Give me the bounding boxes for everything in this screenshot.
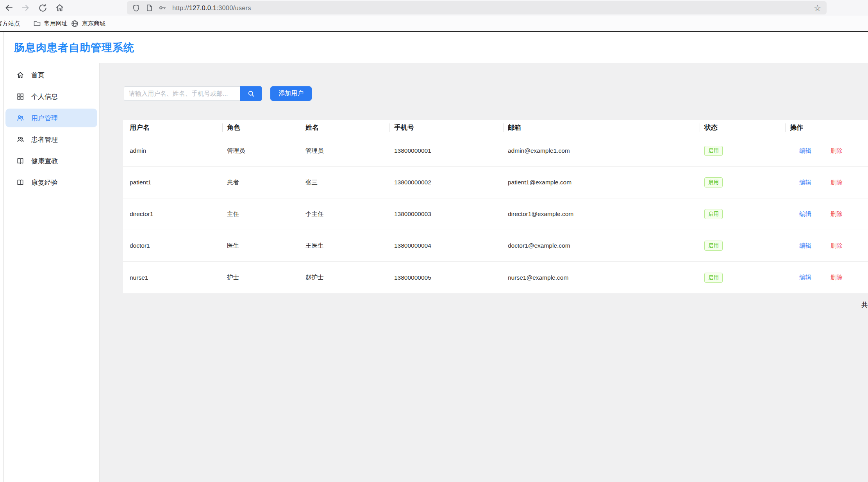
cell-email: director1@example.com xyxy=(508,211,704,218)
cell-email: admin@example1.com xyxy=(508,147,704,154)
edit-link[interactable]: 编辑 xyxy=(799,210,811,218)
header-status: 状态 xyxy=(704,123,790,132)
cell-status: 启用 xyxy=(704,241,790,251)
cell-email: nurse1@example.com xyxy=(508,274,704,281)
folder-icon xyxy=(33,20,41,27)
header-actions: 操作 xyxy=(790,123,868,132)
users-icon xyxy=(16,114,24,122)
back-icon[interactable] xyxy=(2,2,16,14)
cell-status: 启用 xyxy=(704,209,790,219)
home-icon xyxy=(16,71,24,79)
sidebar-item-label: 康复经验 xyxy=(31,178,58,187)
add-user-button[interactable]: 添加用户 xyxy=(270,86,312,101)
cell-email: patient1@example.com xyxy=(508,179,704,186)
pagination-total: 共 xyxy=(861,301,868,309)
cell-username: admin xyxy=(130,147,227,154)
shield-icon[interactable] xyxy=(132,4,140,12)
header-phone: 手机号 xyxy=(394,123,508,132)
header-email: 邮箱 xyxy=(508,123,704,132)
cell-role: 管理员 xyxy=(227,147,305,155)
edit-link[interactable]: 编辑 xyxy=(799,147,811,155)
browser-toolbar: http://127.0.0.1:3000/users ☆ xyxy=(0,0,868,16)
sidebar-item-label: 用户管理 xyxy=(31,114,58,123)
users-table: 用户名 角色 姓名 手机号 邮箱 状态 操作 admin管理员管理员138000… xyxy=(123,120,868,293)
search-input[interactable] xyxy=(124,86,240,101)
cell-email: doctor1@example.com xyxy=(508,242,704,249)
book-icon xyxy=(16,157,24,165)
bookmark-item[interactable]: 狐官方站点 xyxy=(0,16,20,31)
refresh-icon[interactable] xyxy=(36,2,49,14)
header-name: 姓名 xyxy=(305,123,394,132)
cell-actions: 编辑删除 xyxy=(790,242,868,250)
sidebar-item-label: 健康宣教 xyxy=(31,157,58,166)
cell-role: 护士 xyxy=(227,273,305,282)
sidebar-item-recovery-experience[interactable]: 康复经验 xyxy=(5,173,97,192)
sidebar-item-health-education[interactable]: 健康宣教 xyxy=(5,152,97,170)
table-header-row: 用户名 角色 姓名 手机号 邮箱 状态 操作 xyxy=(123,120,868,135)
cell-phone: 13800000004 xyxy=(394,242,508,249)
cell-phone: 13800000005 xyxy=(394,274,508,281)
users-icon xyxy=(16,136,24,143)
bookmark-item[interactable]: 京东商城 xyxy=(71,16,105,31)
page-icon[interactable] xyxy=(145,4,153,12)
edit-link[interactable]: 编辑 xyxy=(799,179,811,187)
url-text: http://127.0.0.1:3000/users xyxy=(172,4,251,12)
main-content: 添加用户 用户名 角色 姓名 手机号 邮箱 状态 操作 admin管理员管理员1… xyxy=(100,63,868,482)
cell-actions: 编辑删除 xyxy=(790,147,868,155)
cell-name: 李主任 xyxy=(305,210,394,218)
delete-link[interactable]: 删除 xyxy=(830,210,843,218)
status-badge: 启用 xyxy=(704,209,723,219)
table-body: admin管理员管理员13800000001admin@example1.com… xyxy=(123,135,868,293)
cell-name: 王医生 xyxy=(305,242,394,250)
page-title: 肠息肉患者自助管理系统 xyxy=(14,41,134,55)
globe-icon xyxy=(71,20,79,28)
edit-link[interactable]: 编辑 xyxy=(799,273,811,282)
magnifier-icon xyxy=(247,90,255,98)
sidebar-item-user-management[interactable]: 用户管理 xyxy=(5,109,97,127)
cell-role: 患者 xyxy=(227,179,305,187)
table-row: director1主任李主任13800000003director1@examp… xyxy=(123,198,868,230)
cell-status: 启用 xyxy=(704,273,790,283)
sidebar: 首页 个人信息 用户管理 患者管理 健康宣教 康复经验 xyxy=(4,63,100,482)
cell-name: 管理员 xyxy=(305,147,394,155)
home-icon[interactable] xyxy=(53,2,66,14)
delete-link[interactable]: 删除 xyxy=(830,242,843,250)
cell-username: director1 xyxy=(130,211,227,218)
cell-username: patient1 xyxy=(130,179,227,186)
edit-link[interactable]: 编辑 xyxy=(799,242,811,250)
status-badge: 启用 xyxy=(704,273,723,283)
table-row: patient1患者张三13800000002patient1@example.… xyxy=(123,167,868,198)
cell-role: 主任 xyxy=(227,210,305,218)
cell-phone: 13800000002 xyxy=(394,179,508,186)
address-bar[interactable]: http://127.0.0.1:3000/users ☆ xyxy=(127,1,827,14)
sidebar-item-label: 首页 xyxy=(31,71,45,80)
cell-username: doctor1 xyxy=(130,242,227,249)
delete-link[interactable]: 删除 xyxy=(830,147,843,155)
delete-link[interactable]: 删除 xyxy=(830,273,843,282)
forward-icon[interactable] xyxy=(19,2,32,14)
sidebar-item-patient-management[interactable]: 患者管理 xyxy=(5,130,97,149)
bookmarks-bar: 狐官方站点 常用网址 京东商城 xyxy=(0,16,868,31)
key-icon[interactable] xyxy=(158,4,167,12)
status-badge: 启用 xyxy=(704,146,723,156)
bookmark-star-icon[interactable]: ☆ xyxy=(814,4,821,12)
cell-status: 启用 xyxy=(704,177,790,187)
sidebar-item-label: 个人信息 xyxy=(31,92,58,101)
sidebar-item-profile[interactable]: 个人信息 xyxy=(5,87,97,106)
sidebar-item-label: 患者管理 xyxy=(31,135,58,144)
search-button[interactable] xyxy=(240,86,262,101)
cell-status: 启用 xyxy=(704,146,790,156)
bookmark-item[interactable]: 常用网址 xyxy=(33,16,68,31)
bookmark-label: 京东商城 xyxy=(82,20,105,27)
delete-link[interactable]: 删除 xyxy=(830,179,843,187)
table-row: doctor1医生王医生13800000004doctor1@example.c… xyxy=(123,230,868,262)
cell-actions: 编辑删除 xyxy=(790,273,868,282)
table-row: admin管理员管理员13800000001admin@example1.com… xyxy=(123,135,868,167)
cell-name: 赵护士 xyxy=(305,273,394,282)
cell-phone: 13800000001 xyxy=(394,147,508,154)
cell-phone: 13800000003 xyxy=(394,211,508,218)
bookmark-label: 常用网址 xyxy=(44,20,68,27)
status-badge: 启用 xyxy=(704,177,723,187)
sidebar-item-home[interactable]: 首页 xyxy=(5,66,97,84)
cell-actions: 编辑删除 xyxy=(790,179,868,187)
